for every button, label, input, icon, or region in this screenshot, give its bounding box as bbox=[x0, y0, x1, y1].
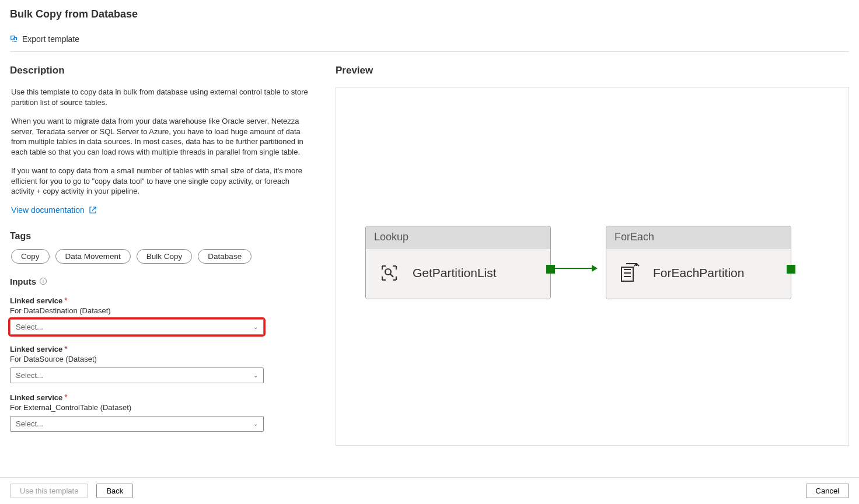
inputs-heading: Inputs bbox=[10, 276, 36, 286]
select-placeholder: Select... bbox=[16, 323, 43, 331]
page-title: Bulk Copy from Database bbox=[10, 8, 849, 20]
node-type-label: ForEach bbox=[606, 226, 791, 249]
linked-service-select-datasource[interactable]: Select... ⌄ bbox=[10, 368, 264, 383]
input-sublabel-0: For DataDestination (Dataset) bbox=[10, 306, 313, 315]
connector-arrow bbox=[553, 268, 596, 269]
linked-service-select-controltable[interactable]: Select... ⌄ bbox=[10, 416, 264, 432]
tags-heading: Tags bbox=[10, 231, 313, 242]
tag-bulk-copy[interactable]: Bulk Copy bbox=[137, 249, 193, 264]
svg-point-1 bbox=[385, 269, 391, 275]
description-text-3: If you want to copy data from a small nu… bbox=[11, 166, 313, 197]
tag-copy[interactable]: Copy bbox=[11, 249, 50, 264]
chevron-down-icon: ⌄ bbox=[253, 372, 258, 379]
pipeline-node-lookup[interactable]: Lookup GetPartitionList bbox=[365, 226, 551, 299]
output-port[interactable] bbox=[787, 265, 795, 274]
description-text-1: Use this template to copy data in bulk f… bbox=[11, 87, 313, 107]
description-heading: Description bbox=[10, 65, 313, 76]
info-icon[interactable]: i bbox=[40, 278, 47, 285]
input-label-2: Linked service bbox=[10, 393, 62, 402]
required-mark: * bbox=[64, 393, 67, 402]
select-placeholder: Select... bbox=[16, 371, 43, 380]
node-name: GetPartitionList bbox=[413, 266, 497, 280]
node-type-label: Lookup bbox=[366, 226, 550, 249]
external-link-icon bbox=[89, 206, 97, 214]
output-port[interactable] bbox=[546, 265, 555, 274]
pipeline-node-foreach[interactable]: ForEach ForEachPartition bbox=[606, 226, 791, 299]
required-mark: * bbox=[64, 296, 67, 305]
select-placeholder: Select... bbox=[16, 419, 43, 428]
input-label-1: Linked service bbox=[10, 345, 62, 354]
view-documentation-link[interactable]: View documentation bbox=[11, 205, 97, 215]
chevron-down-icon: ⌄ bbox=[253, 324, 258, 330]
linked-service-select-datadestination[interactable]: Select... ⌄ bbox=[10, 319, 264, 335]
chevron-down-icon: ⌄ bbox=[253, 421, 258, 427]
description-text-2: When you want to migrate data from your … bbox=[11, 116, 313, 157]
foreach-icon bbox=[619, 262, 640, 284]
preview-canvas[interactable]: Lookup GetPartitionList bbox=[336, 87, 849, 446]
input-sublabel-2: For External_ControlTable (Dataset) bbox=[10, 403, 313, 412]
export-icon bbox=[10, 35, 18, 43]
export-template-link[interactable]: Export template bbox=[10, 34, 79, 44]
node-name: ForEachPartition bbox=[653, 266, 744, 280]
input-sublabel-1: For DataSource (Dataset) bbox=[10, 355, 313, 363]
export-template-label: Export template bbox=[22, 34, 79, 44]
required-mark: * bbox=[64, 344, 67, 354]
input-label-0: Linked service bbox=[10, 296, 62, 305]
view-documentation-label: View documentation bbox=[11, 205, 85, 215]
tag-data-movement[interactable]: Data Movement bbox=[55, 249, 131, 264]
preview-heading: Preview bbox=[336, 65, 849, 76]
lookup-icon bbox=[379, 262, 400, 284]
tag-database[interactable]: Database bbox=[198, 249, 252, 264]
